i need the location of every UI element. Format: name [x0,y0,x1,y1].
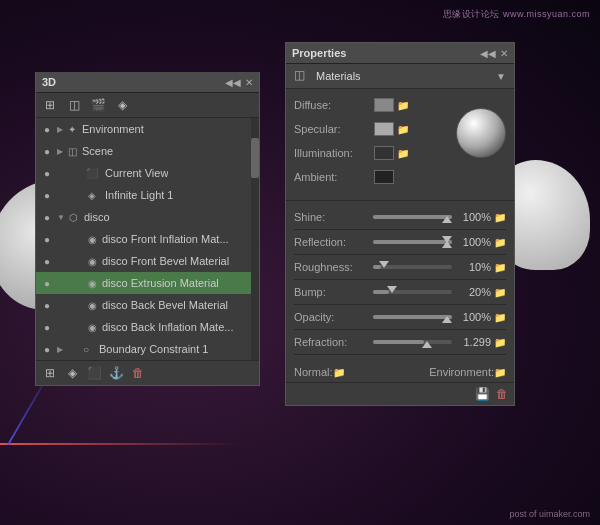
mat-icon-5: ◉ [85,320,99,334]
layer-name-infinite-light: Infinite Light 1 [105,189,174,201]
layer-name-scene: Scene [82,145,255,157]
roughness-thumb [379,261,389,268]
ambient-label: Ambient: [294,171,374,183]
toolbar-scene-icon[interactable]: ◫ [66,97,82,113]
mat-row-illumination: Illumination: 📁 [294,143,444,163]
mat-icon-3: ◉ [85,276,99,290]
refraction-folder[interactable]: 📁 [494,337,506,348]
reflection-folder[interactable]: 📁 [494,237,506,248]
panel-3d-close[interactable]: ✕ [245,77,253,88]
shine-fill [373,215,452,219]
refraction-fill [373,340,424,344]
divider-shine [294,229,506,230]
materials-tab[interactable]: ◫ Materials ▼ [286,64,514,89]
layer-item-current-view[interactable]: ● ⬛ Current View [36,162,259,184]
divider-opacity [294,329,506,330]
shine-track[interactable] [373,215,452,219]
shine-folder[interactable]: 📁 [494,212,506,223]
layer-name-boundary: Boundary Constraint 1 [99,343,208,355]
bottom-anchor-icon[interactable]: ⚓ [108,365,124,381]
bottom-camera-icon[interactable]: ⬛ [86,365,102,381]
specular-label: Specular: [294,123,374,135]
layer-item-scene[interactable]: ● ▶ ◫ Scene [36,140,259,162]
layer-item-boundary[interactable]: ● ▶ ○ Boundary Constraint 1 [36,338,259,360]
reflection-track[interactable] [373,240,452,244]
roughness-value: 10% [456,261,491,273]
bottom-light-icon[interactable]: ◈ [64,365,80,381]
eye-disco-front-bevel[interactable]: ● [40,254,54,268]
cam-icon: ⬛ [85,166,99,180]
disco-icon: ⬡ [67,210,81,224]
watermark-top: 思缘设计论坛 www.missyuan.com [443,8,590,21]
divider-bump [294,304,506,305]
layer-item-infinite-light[interactable]: ● ◈ Infinite Light 1 [36,184,259,206]
diffuse-folder[interactable]: 📁 [397,100,409,111]
roughness-folder[interactable]: 📁 [494,262,506,273]
props-close[interactable]: ✕ [500,48,508,59]
layer-item-disco-front-inflation[interactable]: ● ◉ disco Front Inflation Mat... [36,228,259,250]
eye-env[interactable]: ● [40,122,54,136]
mat-tab-label: Materials [316,70,361,82]
diffuse-label: Diffuse: [294,99,374,111]
toolbar-grid-icon[interactable]: ⊞ [42,97,58,113]
bottom-trash-icon[interactable]: 🗑 [130,365,146,381]
layer-name-disco-front-bevel: disco Front Bevel Material [102,255,255,267]
slider-row-shine: Shine: 100% 📁 [294,208,506,226]
roughness-track[interactable] [373,265,452,269]
environment-folder[interactable]: 📁 [494,367,506,378]
toolbar-camera-icon[interactable]: 🎬 [90,97,106,113]
chevron-scene: ▶ [57,147,63,156]
layer-item-env[interactable]: ● ▶ ✦ Environment [36,118,259,140]
divider-reflection [294,254,506,255]
normal-folder[interactable]: 📁 [333,367,345,378]
opacity-folder[interactable]: 📁 [494,312,506,323]
illumination-folder[interactable]: 📁 [397,148,409,159]
opacity-label: Opacity: [294,311,369,323]
panel-3d-title: 3D [42,76,56,88]
mat-row-specular: Specular: 📁 [294,119,444,139]
eye-boundary[interactable]: ● [40,342,54,356]
refraction-track[interactable] [373,340,452,344]
layer-item-disco-back-inflation[interactable]: ● ◉ disco Back Inflation Mate... [36,316,259,338]
scrollbar-3d[interactable] [251,118,259,360]
toolbar-light-icon[interactable]: ◈ [114,97,130,113]
illumination-swatch[interactable] [374,146,394,160]
bump-value: 20% [456,286,491,298]
props-collapse[interactable]: ◀◀ [480,48,496,59]
diffuse-swatch[interactable] [374,98,394,112]
slider-row-reflection: Reflection: 100% 📁 [294,233,506,251]
specular-swatch[interactable] [374,122,394,136]
slider-row-refraction: Refraction: 1.299 📁 [294,333,506,351]
layer-item-disco-front-bevel[interactable]: ● ◉ disco Front Bevel Material [36,250,259,272]
eye-disco-extrusion[interactable]: ● [40,276,54,290]
layer-item-disco-extrusion[interactable]: ● ◉ disco Extrusion Material [36,272,259,294]
props-trash-icon[interactable]: 🗑 [496,387,508,401]
mat-tab-arrow[interactable]: ▼ [496,71,506,82]
bump-track[interactable] [373,290,452,294]
mat-icon-2: ◉ [85,254,99,268]
layer-item-disco-back-bevel[interactable]: ● ◉ disco Back Bevel Material [36,294,259,316]
ambient-swatch[interactable] [374,170,394,184]
bump-folder[interactable]: 📁 [494,287,506,298]
eye-disco[interactable]: ● [40,210,54,224]
eye-disco-back-bevel[interactable]: ● [40,298,54,312]
slider-row-bump: Bump: 20% 📁 [294,283,506,301]
opacity-track[interactable] [373,315,452,319]
layer-item-disco[interactable]: ● ▼ ⬡ disco [36,206,259,228]
panel-3d-collapse[interactable]: ◀◀ [225,77,241,88]
eye-disco-front-inflation[interactable]: ● [40,232,54,246]
bottom-grid-icon[interactable]: ⊞ [42,365,58,381]
eye-infinite-light[interactable]: ● [40,188,54,202]
bump-thumb [387,286,397,293]
slider-row-roughness: Roughness: 10% 📁 [294,258,506,276]
props-header-controls: ◀◀ ✕ [480,48,508,59]
specular-folder[interactable]: 📁 [397,124,409,135]
props-save-icon[interactable]: 💾 [475,387,490,401]
eye-disco-back-inflation[interactable]: ● [40,320,54,334]
chevron-boundary: ▶ [57,345,63,354]
eye-current-view[interactable]: ● [40,166,54,180]
eye-scene[interactable]: ● [40,144,54,158]
panel-3d-bottom-toolbar: ⊞ ◈ ⬛ ⚓ 🗑 [36,360,259,385]
divider-roughness [294,279,506,280]
layer-name-disco-back-inflation: disco Back Inflation Mate... [102,321,255,333]
